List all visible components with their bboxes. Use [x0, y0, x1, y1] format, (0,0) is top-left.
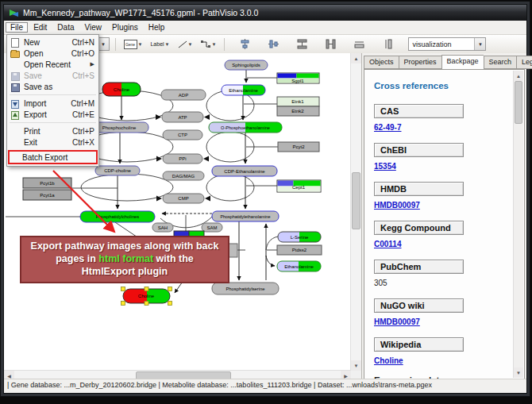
menu-edit[interactable]: Edit: [29, 22, 52, 33]
svg-text:Pcyt2: Pcyt2: [292, 144, 305, 149]
file-menu-item-open-recent[interactable]: Open Recent ▶: [8, 59, 98, 70]
xref-link[interactable]: Choline: [374, 356, 403, 365]
align-middle-button[interactable]: [264, 37, 283, 52]
node-adp[interactable]: ADP: [161, 90, 206, 100]
xref-section-cas: CAS 62-49-7: [374, 103, 513, 132]
node-o-phosphoethanolamine[interactable]: O-Phosphoethanolamine: [209, 122, 282, 133]
align-center-icon: [240, 39, 250, 49]
menu-data[interactable]: Data: [52, 22, 79, 33]
node-cdp-choline[interactable]: CDP-choline: [95, 166, 140, 175]
node-ethanolamine[interactable]: Ethanolamine: [222, 85, 265, 95]
svg-text:ADP: ADP: [179, 93, 188, 98]
xref-link[interactable]: C00114: [374, 240, 401, 248]
file-menu-item-exit[interactable]: Exit Ctrl+X: [8, 137, 98, 148]
xref-link[interactable]: HMDB00097: [374, 317, 420, 326]
svg-text:Sphingolipids: Sphingolipids: [232, 63, 260, 67]
title-bar[interactable]: Mm_Kennedy_pathway_WP1771_45176.gpml - P…: [4, 5, 526, 21]
node-pcyt1a[interactable]: Pcyt1a: [23, 190, 71, 200]
file-menu-item-print[interactable]: Print Ctrl+P: [8, 125, 98, 137]
panel-vertical-scrollbar[interactable]: ▲ ▼: [513, 71, 523, 378]
common-width-button[interactable]: [378, 37, 397, 52]
xref-value: 305: [374, 279, 387, 287]
node-pcyt1b[interactable]: Pcyt1b: [23, 178, 71, 188]
menu-view[interactable]: View: [79, 22, 106, 33]
menu-plugins[interactable]: Plugins: [107, 22, 143, 33]
toolbar-separator: [115, 38, 116, 51]
node-phosphatidylserine[interactable]: Phosphatidylserine: [212, 283, 279, 294]
save-icon: [10, 71, 20, 80]
svg-text:Phosphatidylcholines: Phosphatidylcholines: [96, 214, 140, 219]
chevron-down-icon[interactable]: ▼: [165, 42, 170, 47]
scroll-down-icon[interactable]: ▼: [351, 360, 361, 371]
chevron-down-icon[interactable]: ▼: [188, 42, 193, 47]
scroll-down-icon[interactable]: ▼: [514, 367, 523, 378]
chevron-down-icon[interactable]: ▼: [474, 38, 485, 50]
new-gene-button[interactable]: Gene ▼: [121, 37, 145, 52]
menu-file[interactable]: File: [6, 22, 28, 33]
tab-search[interactable]: Search: [484, 56, 517, 69]
node-sphingolipids[interactable]: Sphingolipids: [225, 60, 268, 70]
svg-text:CDP-Ethanolamine: CDP-Ethanolamine: [224, 169, 265, 174]
node-ppi[interactable]: PPi: [163, 154, 202, 164]
submenu-arrow-icon: ▶: [91, 61, 94, 67]
common-height-button[interactable]: [349, 37, 368, 52]
file-menu-item-save-as[interactable]: Save as: [8, 81, 98, 92]
new-line-button[interactable]: ▼: [175, 37, 195, 52]
file-menu-item-open[interactable]: Open Ctrl+O: [8, 48, 98, 59]
file-menu-item-new[interactable]: New Ctrl+N: [8, 37, 98, 48]
distribute-horizontal-icon: [326, 39, 336, 49]
node-choline-selected[interactable]: Choline: [121, 287, 172, 306]
align-center-button[interactable]: [235, 37, 254, 52]
svg-text:Phosphatidylethanolamine: Phosphatidylethanolamine: [220, 214, 270, 219]
node-etnk2[interactable]: Etnk2: [277, 106, 319, 116]
visualization-combobox[interactable]: visualization ▼: [408, 37, 486, 51]
distribute-horizontal-button[interactable]: [321, 37, 340, 52]
scroll-up-icon[interactable]: ▲: [351, 53, 361, 63]
align-middle-icon: [268, 39, 279, 49]
node-phosphatidylethanolamine[interactable]: Phosphatidylethanolamine: [212, 211, 279, 221]
node-cept1[interactable]: Cept1: [277, 180, 321, 192]
tab-objects[interactable]: Objects: [364, 56, 399, 69]
xref-link[interactable]: 62-49-7: [374, 123, 401, 132]
node-ethanolamine-bottom[interactable]: Ethanolamine: [277, 261, 321, 271]
visualization-value: visualization: [412, 40, 451, 48]
node-sam[interactable]: SAM: [202, 223, 222, 232]
node-sah[interactable]: SAH: [152, 223, 173, 232]
xref-link[interactable]: 15354: [374, 162, 396, 171]
node-phosphatidylcholines[interactable]: Phosphatidylcholines: [80, 211, 155, 222]
svg-text:Phosphocholine: Phosphocholine: [102, 125, 137, 130]
vertical-scroll-thumb[interactable]: [352, 172, 360, 229]
file-menu-item-import[interactable]: Import Ctrl+M: [8, 98, 98, 109]
node-dag[interactable]: DAG/MAG: [163, 171, 204, 180]
tab-properties[interactable]: Properties: [399, 56, 441, 69]
tab-legend[interactable]: Legend: [516, 56, 532, 69]
node-ptdss2[interactable]: Ptdss2: [277, 245, 322, 255]
node-pcyt2[interactable]: Pcyt2: [278, 142, 319, 152]
file-menu: New Ctrl+N Open Ctrl+O Open Recent ▶ Sav…: [6, 34, 99, 167]
tab-backpage[interactable]: Backpage: [441, 55, 484, 70]
menu-help[interactable]: Help: [144, 22, 170, 33]
node-etnk1[interactable]: Etnk1: [277, 97, 319, 106]
scroll-up-icon[interactable]: ▲: [514, 71, 523, 81]
side-panel: Objects Properties Backpage Search Legen…: [361, 53, 526, 381]
xref-link[interactable]: HMDB00097: [374, 201, 420, 210]
distribute-vertical-button[interactable]: [292, 37, 311, 52]
node-atp[interactable]: ATP: [162, 112, 203, 122]
file-menu-item-export[interactable]: Export Ctrl+E: [8, 109, 98, 120]
node-cmp[interactable]: CMP: [163, 194, 204, 203]
chevron-down-icon[interactable]: ▼: [138, 42, 143, 47]
svg-text:Ethanolamine: Ethanolamine: [284, 264, 314, 269]
label-icon: Label: [150, 41, 164, 47]
new-label-button[interactable]: Label ▼: [148, 37, 172, 52]
common-width-icon: [383, 39, 393, 49]
panel-scroll-thumb[interactable]: [515, 81, 522, 124]
node-cdp-ethanolamine[interactable]: CDP-Ethanolamine: [212, 166, 277, 176]
new-connector-button[interactable]: ▼: [199, 37, 219, 52]
canvas-vertical-scrollbar[interactable]: ▲ ▼: [350, 53, 361, 371]
node-ctp[interactable]: CTP: [163, 130, 202, 140]
node-sgpl1[interactable]: Sgpl1: [277, 73, 319, 83]
chevron-down-icon[interactable]: ▼: [212, 42, 217, 47]
node-choline[interactable]: Choline: [102, 83, 141, 96]
node-l-serine[interactable]: L-Serine: [278, 232, 321, 242]
file-menu-item-batch-export[interactable]: Batch Export: [8, 150, 98, 164]
